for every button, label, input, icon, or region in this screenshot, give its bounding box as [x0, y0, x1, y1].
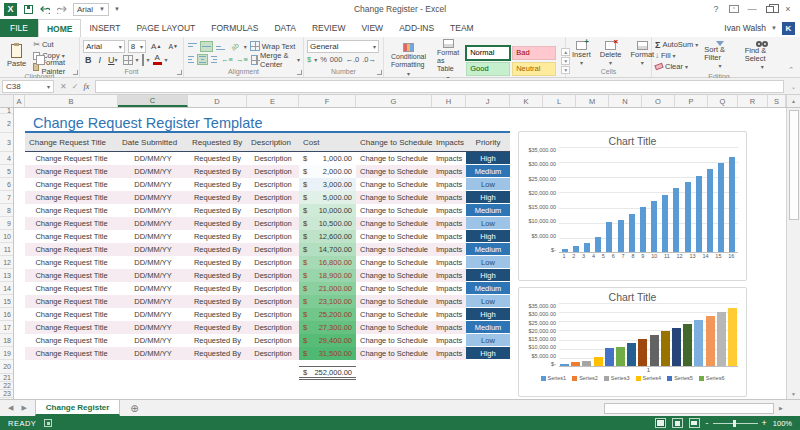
bar[interactable] — [718, 163, 724, 252]
delete-cells-button[interactable]: Delete▾ — [597, 39, 625, 67]
name-box[interactable]: C38 ▾ — [2, 80, 54, 93]
cell-change-to-schedule[interactable]: Change to Schedule — [356, 204, 432, 217]
italic-button[interactable]: I — [97, 55, 104, 65]
cell-description[interactable]: Description — [247, 191, 299, 204]
column-header-K[interactable]: K — [510, 95, 543, 107]
worksheet[interactable]: Change Request Register Template Change … — [14, 108, 786, 399]
cell-cost[interactable]: $12,600.00 — [299, 230, 356, 243]
decrease-font-icon[interactable]: A▼ — [166, 43, 180, 50]
cell-priority-medium[interactable]: Medium — [466, 321, 510, 334]
cell-priority-high[interactable]: High — [466, 152, 510, 165]
cell-impacts[interactable]: Impacts — [432, 243, 466, 256]
cell-change-request-title[interactable]: Change Request Title — [25, 347, 118, 360]
close-button[interactable]: × — [780, 2, 796, 16]
chart-title[interactable]: Chart Title — [519, 132, 746, 147]
tab-home[interactable]: HOME — [38, 19, 82, 37]
formula-input[interactable] — [95, 80, 784, 93]
cell-change-request-title[interactable]: Change Request Title — [25, 178, 118, 191]
legend-item[interactable]: Series5 — [667, 375, 693, 381]
cell-requested-by[interactable]: Requested By — [188, 321, 247, 334]
tab-data[interactable]: DATA — [266, 19, 303, 37]
user-name[interactable]: Ivan Walsh — [724, 23, 766, 33]
cell-requested-by[interactable]: Requested By — [188, 230, 247, 243]
cell-impacts[interactable]: Impacts — [432, 152, 466, 165]
cell-change-to-schedule[interactable]: Change to Schedule — [356, 321, 432, 334]
column-header-F[interactable]: F — [299, 95, 356, 107]
cell-change-request-title[interactable]: Change Request Title — [25, 204, 118, 217]
cell-change-request-title[interactable]: Change Request Title — [25, 230, 118, 243]
bar[interactable] — [672, 328, 681, 366]
insert-cells-button[interactable]: Insert▾ — [569, 39, 594, 67]
cell-change-request-title[interactable]: Change Request Title — [25, 308, 118, 321]
header-change-to-schedule[interactable]: Change to Schedule — [356, 133, 432, 151]
column-header-D[interactable]: D — [188, 95, 247, 107]
cell-requested-by[interactable]: Requested By — [188, 178, 247, 191]
align-middle-icon[interactable] — [201, 42, 212, 51]
cell-description[interactable]: Description — [247, 230, 299, 243]
cell-change-to-schedule[interactable]: Change to Schedule — [356, 256, 432, 269]
cell-priority-low[interactable]: Low — [466, 178, 510, 191]
cell-style-good[interactable]: Good — [466, 62, 510, 76]
cell-change-to-schedule[interactable]: Change to Schedule — [356, 334, 432, 347]
cell-cost[interactable]: $14,700.00 — [299, 243, 356, 256]
row-header-4[interactable]: 4 — [0, 152, 13, 165]
column-header-E[interactable]: E — [247, 95, 299, 107]
row-header-6[interactable]: 6 — [0, 178, 13, 191]
cell-cost[interactable]: $16,800.00 — [299, 256, 356, 269]
enter-icon[interactable]: ✓ — [72, 82, 79, 91]
sheet-heading[interactable]: Change Request Register Template — [25, 114, 510, 133]
cell-cost[interactable]: $31,500.00 — [299, 347, 356, 360]
bar[interactable] — [584, 243, 590, 252]
bar[interactable] — [717, 312, 726, 366]
column-header-B[interactable]: B — [25, 95, 118, 107]
row-header-21[interactable]: 21 — [0, 374, 13, 382]
cell-cost[interactable]: $1,000.00 — [299, 152, 356, 165]
chart-title[interactable]: Chart Title — [519, 288, 746, 303]
cell-change-request-title[interactable]: Change Request Title — [25, 243, 118, 256]
row-header-10[interactable]: 10 — [0, 230, 13, 243]
cell-description[interactable]: Description — [247, 347, 299, 360]
bar[interactable] — [605, 348, 614, 366]
column-header-S[interactable]: S — [768, 95, 786, 107]
tab-review[interactable]: REVIEW — [304, 19, 354, 37]
bar[interactable] — [573, 246, 579, 252]
row-header-13[interactable]: 13 — [0, 269, 13, 282]
select-all-corner[interactable] — [0, 95, 14, 107]
cell-change-to-schedule[interactable]: Change to Schedule — [356, 347, 432, 360]
cell-cost[interactable]: $10,500.00 — [299, 217, 356, 230]
cell-cost[interactable]: $23,100.00 — [299, 295, 356, 308]
cell-cost[interactable]: $5,000.00 — [299, 191, 356, 204]
cell-change-request-title[interactable]: Change Request Title — [25, 334, 118, 347]
cell-cost[interactable]: $25,200.00 — [299, 308, 356, 321]
clear-button[interactable]: Clear▾ — [655, 61, 698, 72]
cell-date-submitted[interactable]: DD/MM/YY — [118, 243, 188, 256]
cell-priority-medium[interactable]: Medium — [466, 243, 510, 256]
cell-description[interactable]: Description — [247, 178, 299, 191]
cell-cost[interactable]: $3,000.00 — [299, 178, 356, 191]
cell-change-to-schedule[interactable]: Change to Schedule — [356, 165, 432, 178]
cell-requested-by[interactable]: Requested By — [188, 243, 247, 256]
bar[interactable] — [640, 207, 646, 252]
row-header-14[interactable]: 14 — [0, 282, 13, 295]
sheet-tab-change-register[interactable]: Change Register — [35, 400, 121, 416]
cell-change-request-title[interactable]: Change Request Title — [25, 321, 118, 334]
cell-change-to-schedule[interactable]: Change to Schedule — [356, 152, 432, 165]
tab-insert[interactable]: INSERT — [81, 19, 128, 37]
legend-item[interactable]: Series6 — [699, 375, 725, 381]
cell-requested-by[interactable]: Requested By — [188, 204, 247, 217]
decrease-indent-icon[interactable]: ←≡ — [221, 55, 233, 64]
cell-requested-by[interactable]: Requested By — [188, 334, 247, 347]
bar[interactable] — [706, 316, 715, 366]
scroll-up-icon[interactable]: ▲ — [786, 95, 800, 107]
cell-change-to-schedule[interactable]: Change to Schedule — [356, 282, 432, 295]
cell-description[interactable]: Description — [247, 321, 299, 334]
legend-item[interactable]: Series1 — [541, 375, 567, 381]
column-header-G[interactable]: G — [356, 95, 432, 107]
bar[interactable] — [638, 339, 647, 366]
cell-cost[interactable]: $29,400.00 — [299, 334, 356, 347]
cell-cost[interactable]: $27,300.00 — [299, 321, 356, 334]
zoom-slider[interactable]: - + — [706, 419, 767, 427]
cell-cost[interactable]: $18,900.00 — [299, 269, 356, 282]
bar[interactable] — [560, 364, 569, 366]
cut-button[interactable]: ✂Cut — [33, 39, 76, 50]
